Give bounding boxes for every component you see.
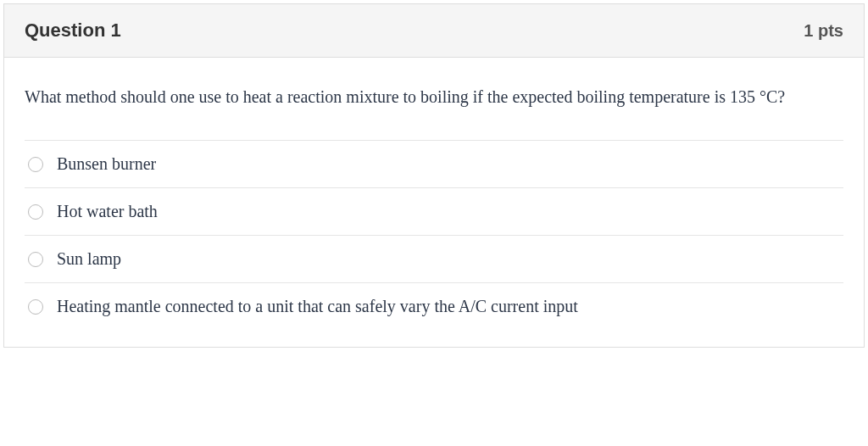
answer-label: Bunsen burner: [57, 154, 156, 174]
radio-input[interactable]: [28, 157, 43, 172]
answer-label: Heating mantle connected to a unit that …: [57, 297, 578, 316]
question-card: Question 1 1 pts What method should one …: [3, 3, 865, 348]
question-text: What method should one use to heat a rea…: [25, 83, 843, 110]
radio-input[interactable]: [28, 204, 43, 220]
answer-option[interactable]: Sun lamp: [25, 236, 843, 283]
answer-label: Hot water bath: [57, 202, 158, 221]
answers-list: Bunsen burner Hot water bath Sun lamp He…: [25, 140, 843, 330]
question-body: What method should one use to heat a rea…: [4, 58, 864, 347]
radio-input[interactable]: [28, 299, 43, 315]
radio-input[interactable]: [28, 252, 43, 267]
answer-label: Sun lamp: [57, 249, 121, 269]
question-points: 1 pts: [804, 21, 843, 41]
answer-option[interactable]: Bunsen burner: [25, 141, 843, 188]
answer-option[interactable]: Hot water bath: [25, 188, 843, 236]
answer-option[interactable]: Heating mantle connected to a unit that …: [25, 283, 843, 330]
question-title: Question 1: [25, 20, 121, 42]
question-header: Question 1 1 pts: [4, 4, 864, 58]
